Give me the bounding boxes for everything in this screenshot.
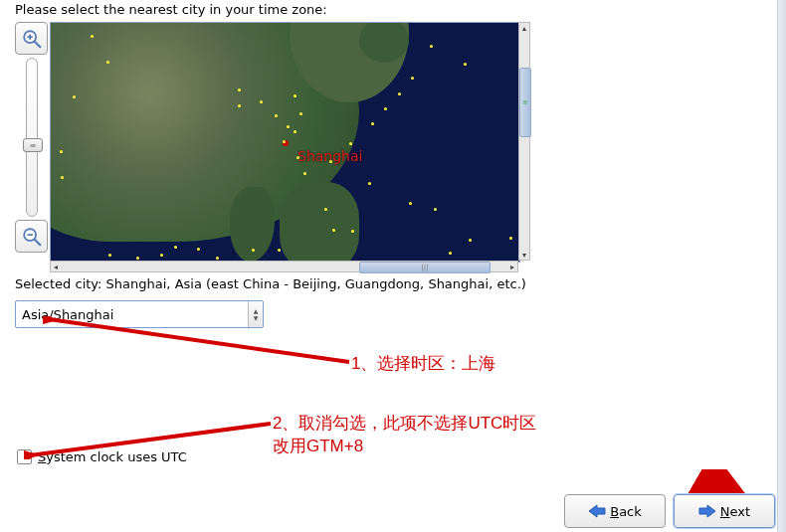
city-dot[interactable] bbox=[303, 172, 306, 175]
city-dot[interactable] bbox=[409, 202, 412, 205]
zoom-in-button[interactable] bbox=[15, 22, 48, 55]
city-dot[interactable] bbox=[430, 45, 433, 48]
city-dot[interactable] bbox=[216, 257, 219, 260]
city-dot[interactable] bbox=[329, 160, 332, 163]
svg-line-8 bbox=[30, 424, 271, 455]
city-dot[interactable] bbox=[351, 230, 354, 233]
annotation-arrow-2 bbox=[24, 416, 283, 459]
annotation-text-2: 2、取消勾选，此项不选择UTC时区改用GTM+8 bbox=[273, 412, 536, 457]
city-dot[interactable] bbox=[174, 246, 177, 249]
city-dot[interactable] bbox=[434, 208, 437, 211]
city-dot[interactable] bbox=[296, 156, 299, 159]
city-dot[interactable] bbox=[197, 248, 200, 251]
city-dot[interactable] bbox=[252, 249, 255, 252]
city-dot[interactable] bbox=[136, 257, 139, 260]
city-dot[interactable] bbox=[275, 114, 278, 117]
zoom-slider-track[interactable]: ≡ bbox=[26, 58, 38, 217]
instruction-text: Please select the nearest city in your t… bbox=[15, 2, 327, 17]
city-dot[interactable] bbox=[509, 237, 512, 240]
city-dot[interactable] bbox=[260, 100, 263, 103]
city-dot[interactable] bbox=[108, 254, 111, 257]
city-dot[interactable] bbox=[384, 107, 387, 110]
city-dot[interactable] bbox=[283, 140, 286, 143]
map-frame: Shanghai ▴ ≡ ▾ ◂ ||| ▸ bbox=[50, 22, 530, 272]
map-vertical-scrollbar[interactable]: ▴ ≡ ▾ bbox=[518, 22, 530, 261]
city-dot[interactable] bbox=[238, 89, 241, 91]
city-dot[interactable] bbox=[449, 252, 452, 255]
city-dot[interactable] bbox=[332, 229, 335, 232]
button-row: Back Next bbox=[564, 494, 775, 528]
city-dot[interactable] bbox=[160, 254, 163, 257]
annotation-text-1: 1、选择时区：上海 bbox=[351, 352, 495, 375]
vertical-scroll-thumb[interactable]: ≡ bbox=[519, 68, 531, 137]
scroll-up-icon[interactable]: ▴ bbox=[519, 23, 529, 33]
arrow-left-icon bbox=[588, 504, 606, 518]
svg-line-5 bbox=[34, 239, 40, 245]
zoom-controls: ≡ bbox=[15, 22, 49, 253]
city-dot[interactable] bbox=[60, 150, 63, 153]
city-dot[interactable] bbox=[294, 130, 296, 133]
horizontal-scroll-thumb[interactable]: ||| bbox=[359, 262, 491, 273]
svg-line-7 bbox=[49, 319, 349, 362]
city-dot[interactable] bbox=[287, 125, 290, 128]
city-dot[interactable] bbox=[299, 112, 302, 115]
city-dot[interactable] bbox=[73, 95, 76, 98]
city-dot[interactable] bbox=[469, 239, 472, 242]
city-dot[interactable] bbox=[464, 63, 467, 66]
city-dot[interactable] bbox=[324, 208, 327, 211]
city-dot[interactable] bbox=[349, 142, 352, 145]
next-button[interactable]: Next bbox=[674, 494, 775, 528]
city-dot[interactable] bbox=[91, 35, 94, 38]
map-canvas[interactable]: Shanghai bbox=[50, 22, 520, 263]
city-dot[interactable] bbox=[294, 94, 296, 97]
right-panel-edge bbox=[777, 0, 786, 532]
svg-line-1 bbox=[34, 41, 40, 47]
city-dot[interactable] bbox=[238, 104, 241, 107]
scroll-down-icon[interactable]: ▾ bbox=[519, 250, 529, 260]
arrow-right-icon bbox=[698, 504, 716, 518]
city-dot[interactable] bbox=[61, 176, 64, 179]
scroll-right-icon[interactable]: ▸ bbox=[507, 262, 517, 271]
city-dot[interactable] bbox=[278, 249, 281, 252]
city-dot[interactable] bbox=[411, 77, 414, 80]
zoom-out-button[interactable] bbox=[15, 220, 48, 253]
map-horizontal-scrollbar[interactable]: ◂ ||| ▸ bbox=[50, 261, 518, 272]
selected-city-text: Selected city: Shanghai, Asia (east Chin… bbox=[15, 276, 526, 291]
zoom-slider-handle[interactable]: ≡ bbox=[23, 138, 43, 152]
city-dot[interactable] bbox=[371, 122, 374, 125]
annotation-arrow-1 bbox=[43, 316, 381, 370]
back-button[interactable]: Back bbox=[564, 494, 666, 528]
scroll-left-icon[interactable]: ◂ bbox=[51, 262, 61, 271]
city-dot[interactable] bbox=[368, 182, 371, 185]
city-dot[interactable] bbox=[398, 92, 401, 95]
city-dot[interactable] bbox=[106, 61, 109, 64]
